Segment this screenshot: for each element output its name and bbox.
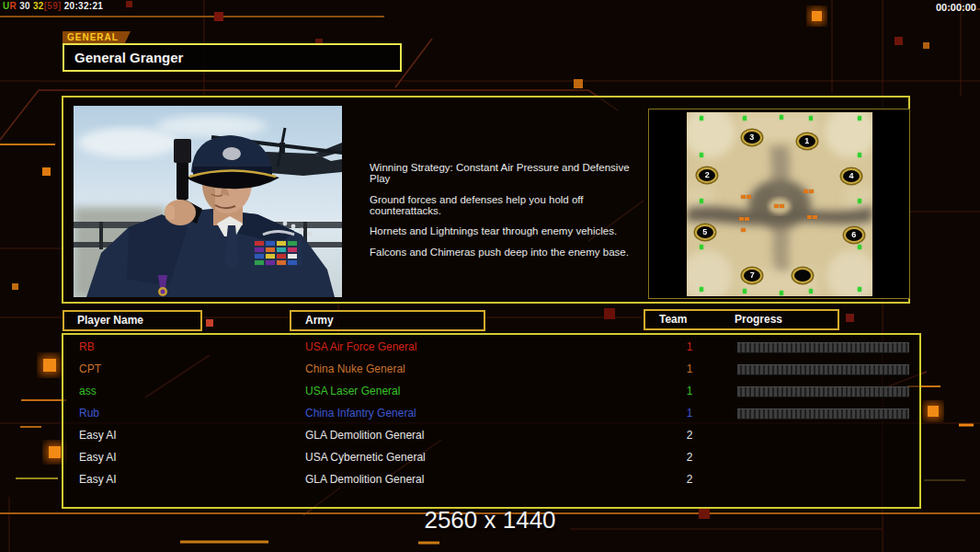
supply-marker: [774, 204, 779, 208]
supply-marker: [741, 195, 746, 199]
player-row: Easy AIGLA Demolition General2: [63, 424, 919, 446]
map-start-position: 5: [695, 224, 715, 240]
tree-dot: [743, 116, 746, 121]
player-army: China Infantry General: [305, 402, 416, 424]
tree-dot: [700, 287, 703, 292]
debug-part: R: [10, 1, 17, 11]
map-preview: 1234567: [687, 112, 872, 296]
map-start-position: 7: [742, 268, 762, 283]
service-ribbons: [254, 240, 302, 266]
supply-marker: [807, 215, 812, 219]
debug-part: U: [3, 1, 10, 11]
debug-part: 20:32:21: [62, 1, 104, 11]
tree-dot: [700, 116, 703, 121]
load-progress-bar: [737, 386, 909, 397]
tree-dot: [780, 291, 783, 295]
strategy-line: Winning Strategy: Constant Air Pressure …: [370, 162, 645, 184]
supply-marker: [780, 204, 784, 208]
header-army: Army: [290, 310, 485, 331]
strategy-line: Falcons and Chimeras push deep into the …: [370, 247, 645, 258]
player-row: CPTChina Nuke General1: [63, 358, 919, 380]
debug-part: [59]: [44, 1, 62, 11]
tree-dot: [700, 199, 703, 203]
player-row: Easy AIUSA Cybernetic General2: [63, 446, 919, 468]
general-tab-label: GENERAL: [63, 31, 131, 44]
map-preview-panel: 1234567: [648, 109, 910, 299]
tree-dot: [700, 153, 703, 157]
player-name: ass: [79, 380, 97, 402]
debug-stats: UR 30 32[59] 20:32:21: [3, 1, 103, 11]
player-list: RBUSA Air Force General1CPTChina Nuke Ge…: [62, 333, 921, 509]
mission-timer: 00:00:00: [936, 2, 976, 13]
header-progress-label: Progress: [735, 311, 782, 328]
player-row: Easy AIGLA Demolition General2: [63, 468, 919, 490]
supply-marker: [745, 217, 749, 221]
supply-marker: [813, 215, 817, 219]
player-team: 2: [680, 446, 699, 468]
tree-dot: [858, 116, 861, 121]
header-player-name-label: Player Name: [77, 312, 143, 329]
strategy-line: Hornets and Lightnings tear through enem…: [370, 225, 645, 236]
header-player-name: Player Name: [63, 310, 202, 331]
header-team-label: Team: [659, 311, 687, 328]
supply-marker: [809, 190, 814, 193]
player-name: Easy AI: [79, 468, 117, 490]
player-team: 1: [680, 380, 699, 402]
header-team-progress: Team Progress: [644, 309, 839, 330]
player-name: Easy AI: [79, 446, 117, 468]
tree-dot: [743, 289, 746, 293]
player-name: Easy AI: [79, 424, 117, 446]
player-team: 1: [680, 358, 699, 380]
player-army: USA Laser General: [305, 380, 400, 402]
load-progress-bar: [737, 408, 909, 420]
tree-dot: [858, 199, 861, 203]
tree-dot: [809, 289, 813, 293]
supply-marker: [741, 228, 746, 232]
load-progress-bar: [737, 342, 909, 353]
general-portrait: [74, 106, 342, 297]
map-start-position: [792, 268, 813, 283]
tree-dot: [809, 116, 813, 121]
header-army-label: Army: [305, 312, 334, 329]
player-row: RBUSA Air Force General1: [63, 336, 919, 358]
player-army: China Nuke General: [305, 358, 405, 380]
supply-marker: [739, 217, 744, 221]
tree-dot: [858, 153, 861, 157]
supply-marker: [803, 190, 808, 193]
debug-part: 30: [17, 1, 33, 11]
map-start-position: 1: [797, 133, 817, 149]
strategy-text: Winning Strategy: Constant Air Pressure …: [370, 162, 645, 267]
resolution-watermark: 2560 x 1440: [0, 506, 980, 535]
general-info-panel: Winning Strategy: Constant Air Pressure …: [62, 96, 910, 304]
general-name-box: General Granger: [63, 43, 402, 72]
player-team: 1: [680, 402, 699, 424]
load-progress-bar: [737, 364, 909, 375]
map-start-position: 4: [841, 168, 861, 184]
player-name: Rub: [79, 402, 99, 424]
tree-dot: [858, 287, 861, 292]
tree-dot: [700, 245, 703, 249]
player-team: 2: [680, 424, 699, 446]
player-row: assUSA Laser General1: [63, 380, 919, 402]
general-name: General Granger: [64, 45, 400, 70]
supply-marker: [746, 195, 751, 199]
player-team: 2: [680, 468, 699, 490]
loading-screen: UR 30 32[59] 20:32:21 00:00:00 GENERAL G…: [0, 0, 980, 552]
strategy-line: Ground forces and defenses help you hold…: [370, 194, 645, 216]
player-army: GLA Demolition General: [305, 468, 424, 490]
map-start-position: 2: [697, 167, 717, 183]
map-start-position: 6: [844, 227, 864, 243]
debug-part: 32: [33, 1, 44, 11]
player-name: RB: [79, 336, 95, 358]
player-army: USA Cybernetic General: [305, 446, 426, 468]
player-row: RubChina Infantry General1: [63, 402, 919, 424]
tree-dot: [858, 245, 861, 249]
player-name: CPT: [79, 358, 101, 380]
player-army: GLA Demolition General: [305, 424, 424, 446]
tree-dot: [780, 115, 783, 120]
player-team: 1: [680, 336, 699, 358]
map-start-position: 3: [742, 130, 762, 145]
player-army: USA Air Force General: [305, 336, 416, 358]
